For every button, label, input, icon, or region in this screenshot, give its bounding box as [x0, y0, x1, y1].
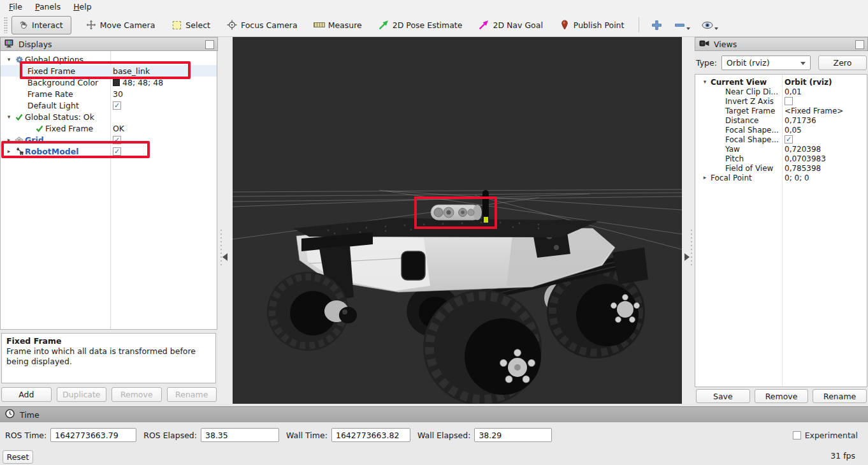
display-row-default-light[interactable]: Default Light ✓ [1, 100, 217, 111]
wall-elapsed-input[interactable] [474, 428, 552, 442]
duplicate-button[interactable]: Duplicate [57, 387, 107, 402]
view-row-distance[interactable]: Distance 0,71736 [695, 115, 867, 125]
clock-icon [5, 409, 15, 420]
expander-icon[interactable]: ▾ [4, 111, 13, 122]
left-splitter[interactable] [218, 37, 233, 404]
pitch-value[interactable]: 0,0703983 [785, 154, 826, 163]
tool-publish-point[interactable]: Publish Point [554, 17, 630, 34]
tool-measure[interactable]: Measure [308, 17, 367, 34]
add-tool-button[interactable] [647, 17, 666, 33]
add-button[interactable]: Add [1, 387, 52, 402]
field-of-view-value[interactable]: 0,785398 [785, 164, 821, 173]
invert-z-checkbox[interactable] [785, 97, 793, 105]
grid-icon [13, 137, 25, 144]
collapse-left-icon[interactable] [222, 253, 228, 261]
ros-elapsed-input[interactable] [201, 428, 279, 442]
yaw-value[interactable]: 0,720398 [785, 145, 821, 154]
tool-focus-camera[interactable]: Focus Camera [221, 17, 303, 34]
distance-value[interactable]: 0,71736 [785, 116, 816, 125]
tool-visibility-button[interactable] [698, 17, 722, 33]
ruler-icon [314, 20, 325, 31]
eye-icon [702, 20, 713, 31]
view-type-row: Type: Orbit (rviz) Zero [696, 55, 867, 70]
focal-shape-size-value[interactable]: 0,05 [785, 126, 802, 135]
grid-enabled-checkbox[interactable]: ✓ [113, 136, 121, 144]
menu-file[interactable]: File [3, 1, 29, 13]
experimental-toggle[interactable]: Experimental [793, 431, 858, 440]
view-row-near-clip[interactable]: Near Clip Di... 0,01 [695, 87, 867, 96]
view-row-yaw[interactable]: Yaw 0,720398 [695, 144, 867, 154]
default-light-checkbox[interactable]: ✓ [113, 101, 121, 110]
tool-2d-nav-goal[interactable]: 2D Nav Goal [473, 17, 547, 34]
display-row-robotmodel[interactable]: ▸ RobotModel ✓ [1, 145, 217, 157]
expander-icon[interactable]: ▸ [4, 145, 13, 157]
zero-button[interactable]: Zero [818, 55, 867, 70]
display-row-global-options[interactable]: ▾ Global Options [1, 54, 217, 65]
robotmodel-enabled-checkbox[interactable]: ✓ [113, 147, 121, 156]
ros-time-input[interactable] [50, 428, 136, 442]
display-row-fixed-frame-status[interactable]: Fixed Frame OK [1, 122, 217, 134]
panel-float-button[interactable] [205, 40, 214, 49]
expander-icon[interactable]: ▸ [4, 134, 13, 145]
collapse-right-icon[interactable] [684, 253, 690, 261]
display-row-fixed-frame[interactable]: Fixed Frame base_link [1, 65, 217, 77]
save-view-button[interactable]: Save [696, 389, 750, 403]
view-row-focal-shape-fixed[interactable]: Focal Shape... ✓ [695, 135, 867, 144]
fixed-frame-value[interactable]: base_link [113, 66, 150, 76]
focal-shape-checkbox[interactable]: ✓ [785, 135, 793, 144]
display-row-frame-rate[interactable]: Frame Rate 30 [1, 88, 217, 100]
tool-interact[interactable]: Interact [11, 16, 71, 34]
view-type-dropdown[interactable]: Orbit (rviz) [721, 55, 811, 70]
rename-display-button[interactable]: Rename [167, 387, 217, 402]
reset-button[interactable]: Reset [3, 450, 33, 464]
view-row-focal-shape-size[interactable]: Focal Shape... 0,05 [695, 125, 867, 135]
focal-point-value[interactable]: 0; 0; 0 [785, 173, 809, 182]
menu-panels[interactable]: Panels [29, 1, 67, 13]
remove-display-button[interactable]: Remove [112, 387, 162, 402]
displays-panel-header[interactable]: Displays [0, 37, 218, 51]
near-clip-value[interactable]: 0,01 [785, 87, 802, 96]
display-row-grid[interactable]: ▸ Grid ✓ [1, 134, 217, 145]
wall-elapsed-field: Wall Elapsed: [417, 428, 552, 442]
experimental-checkbox[interactable] [793, 431, 801, 439]
panel-float-button[interactable] [855, 40, 864, 49]
expander-icon[interactable]: ▸ [699, 173, 711, 182]
crosshair-icon [226, 20, 238, 31]
view-row-invert-z[interactable]: Invert Z Axis [695, 96, 867, 106]
display-row-global-status[interactable]: ▾ Global Status: Ok [1, 111, 217, 122]
tool-select[interactable]: Select [166, 17, 215, 34]
expander-icon[interactable]: ▾ [4, 54, 13, 65]
time-panel-header[interactable]: Time [0, 406, 868, 422]
view-row-field-of-view[interactable]: Field of View 0,785398 [695, 163, 867, 173]
selection-box-icon [171, 20, 182, 31]
type-label: Type: [696, 58, 717, 68]
remove-tool-button[interactable] [670, 17, 694, 33]
background-color-value[interactable]: 48; 48; 48 [113, 78, 163, 87]
ros-elapsed-field: ROS Elapsed: [143, 428, 279, 442]
remove-view-button[interactable]: Remove [755, 389, 809, 403]
tool-focus-camera-label: Focus Camera [241, 20, 298, 30]
right-splitter[interactable] [682, 37, 695, 404]
menu-help[interactable]: Help [67, 1, 98, 13]
views-panel-header[interactable]: Views [695, 37, 868, 51]
3d-viewport[interactable] [233, 37, 682, 404]
gear-icon [13, 55, 25, 64]
frame-rate-value[interactable]: 30 [113, 89, 123, 99]
expander-icon[interactable]: ▾ [699, 77, 711, 87]
target-frame-value[interactable]: <Fixed Frame> [785, 107, 843, 115]
view-row-current-view[interactable]: ▾ Current View Orbit (rviz) [695, 77, 867, 87]
views-tree: ▾ Current View Orbit (rviz) Near Clip Di… [695, 74, 867, 387]
tool-move-camera[interactable]: Move Camera [80, 17, 161, 34]
green-check-icon [34, 125, 45, 132]
rename-view-button[interactable]: Rename [813, 389, 867, 403]
tool-2d-pose-estimate[interactable]: 2D Pose Estimate [373, 17, 468, 34]
view-row-pitch[interactable]: Pitch 0,0703983 [695, 154, 867, 163]
displays-tree: ▾ Global Options Fixed Frame base_link B… [0, 51, 217, 330]
toolbar-drag-handle[interactable] [4, 17, 8, 33]
view-row-target-frame[interactable]: Target Frame <Fixed Frame> [695, 106, 867, 115]
chevron-down-icon [714, 27, 718, 30]
display-row-background-color[interactable]: Background Color 48; 48; 48 [1, 77, 217, 88]
view-row-focal-point[interactable]: ▸ Focal Point 0; 0; 0 [695, 173, 867, 182]
chevron-down-icon [686, 27, 690, 30]
wall-time-input[interactable] [331, 428, 410, 442]
